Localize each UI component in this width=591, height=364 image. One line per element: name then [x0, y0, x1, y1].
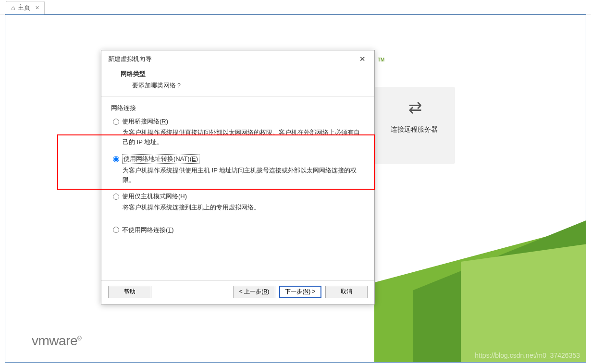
radio-nat-desc: 为客户机操作系统提供使用主机 IP 地址访问主机拨号连接或外部以太网网络连接的权… [123, 166, 365, 184]
radio-none-input[interactable] [113, 227, 119, 233]
tab-home[interactable]: ⌂ 主页 × [6, 1, 45, 14]
radio-nat[interactable]: 使用网络地址转换(NAT)(E) 为客户机操作系统提供使用主机 IP 地址访问主… [113, 154, 365, 184]
home-icon: ⌂ [11, 4, 15, 12]
wizard-dialog: 新建虚拟机向导 ✕ 网络类型 要添加哪类网络？ 网络连接 使用桥接网络(R) 为… [101, 50, 375, 304]
dialog-body: 网络连接 使用桥接网络(R) 为客户机操作系统提供直接访问外部以太网网络的权限。… [101, 97, 374, 280]
header-subtitle: 要添加哪类网络？ [132, 81, 355, 90]
tab-bar: ⌂ 主页 × [0, 0, 591, 14]
vmware-logo: vmware® [32, 333, 81, 349]
dialog-header: 网络类型 要添加哪类网络？ [101, 68, 374, 97]
section-label: 网络连接 [111, 104, 365, 112]
radio-none[interactable]: 不使用网络连接(T) [113, 226, 365, 234]
tab-label: 主页 [18, 3, 30, 12]
dialog-titlebar: 新建虚拟机向导 ✕ [101, 50, 374, 68]
connect-remote-card[interactable]: ⇄ 连接远程服务器 [373, 87, 455, 164]
radio-bridged-input[interactable] [113, 119, 119, 125]
radio-nat-label: 使用网络地址转换(NAT)(E) [122, 154, 199, 164]
tm-mark: TM [378, 57, 384, 62]
dialog-title: 新建虚拟机向导 [108, 55, 152, 63]
radio-hostonly-input[interactable] [113, 194, 119, 200]
dialog-footer: 帮助 < 上一步(B) 下一步(N) > 取消 [101, 280, 374, 304]
radio-bridged-desc: 为客户机操作系统提供直接访问外部以太网网络的权限。客户机在外部网络上必须有自己的… [123, 128, 365, 146]
workspace: TM ⇄ 连接远程服务器 vmware® https://blog.csdn.n… [5, 14, 586, 363]
close-button[interactable]: ✕ [357, 54, 369, 64]
cancel-button[interactable]: 取消 [325, 286, 368, 298]
help-button[interactable]: 帮助 [108, 286, 151, 298]
swap-arrows-icon: ⇄ [408, 97, 420, 117]
next-button[interactable]: 下一步(N) > [279, 286, 321, 298]
radio-hostonly[interactable]: 使用仅主机模式网络(H) 将客户机操作系统连接到主机上的专用虚拟网络。 [113, 192, 365, 212]
radio-group: 使用桥接网络(R) 为客户机操作系统提供直接访问外部以太网网络的权限。客户机在外… [111, 117, 365, 234]
card-label: 连接远程服务器 [391, 125, 438, 134]
radio-none-label: 不使用网络连接(T) [122, 226, 174, 234]
radio-hostonly-label: 使用仅主机模式网络(H) [122, 192, 187, 201]
back-button[interactable]: < 上一步(B) [233, 286, 275, 298]
radio-hostonly-desc: 将客户机操作系统连接到主机上的专用虚拟网络。 [123, 203, 365, 212]
radio-bridged[interactable]: 使用桥接网络(R) 为客户机操作系统提供直接访问外部以太网网络的权限。客户机在外… [113, 117, 365, 146]
watermark: https://blog.csdn.net/m0_37426353 [475, 352, 580, 359]
radio-nat-input[interactable] [113, 156, 119, 162]
header-title: 网络类型 [121, 70, 355, 78]
decoration-shape [374, 252, 586, 363]
radio-bridged-label: 使用桥接网络(R) [122, 117, 168, 126]
close-icon[interactable]: × [35, 4, 39, 12]
